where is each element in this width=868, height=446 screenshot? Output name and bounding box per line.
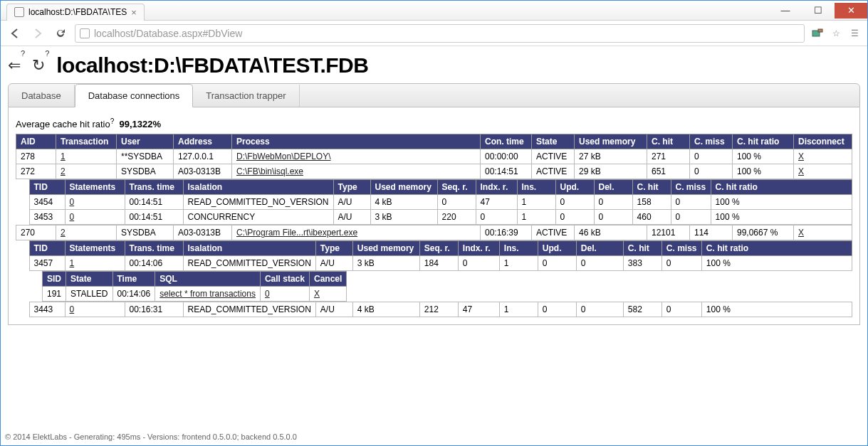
stmt-link[interactable]: 0: [70, 197, 75, 207]
table-row: 3453000:14:51CONCURRENCYA/U3 kB220010046…: [29, 210, 852, 225]
sql-link[interactable]: select * from transactions: [160, 289, 256, 299]
table-row: 2722SYSDBAA03-0313BC:\FB\bin\isql.exe00:…: [16, 164, 852, 179]
minimize-button[interactable]: —: [769, 3, 802, 18]
refresh-icon[interactable]: ↻?: [32, 56, 49, 75]
tab-close-icon[interactable]: ×: [131, 7, 137, 18]
browser-toolbar: ☆ ☰: [1, 21, 867, 46]
browser-tab[interactable]: localhost:D:\FBDATA\TES ×: [6, 4, 145, 21]
table-header-row: TIDStatementsTrans. timeIsalationTypeUse…: [29, 241, 852, 256]
stmt-link[interactable]: 0: [70, 212, 75, 222]
page-content: ⇐? ↻? localhost:D:\FBDATA\TEST.FDB Datab…: [1, 46, 867, 325]
cancel-link[interactable]: X: [314, 289, 320, 299]
forward-button[interactable]: [29, 25, 46, 42]
table-header-row: AIDTransactionUserAddressProcessCon. tim…: [16, 134, 852, 149]
process-link[interactable]: C:\FB\bin\isql.exe: [236, 166, 303, 176]
transactions-table: TIDStatementsTrans. timeIsalationTypeUse…: [29, 240, 852, 317]
titlebar: localhost:D:\FBDATA\TES × — ☐ ✕: [1, 1, 867, 21]
page-title: localhost:D:\FBDATA\TEST.FDB: [56, 53, 368, 78]
disconnect-link[interactable]: X: [798, 166, 804, 176]
tab-body: Average cache hit ratio? 99,1322% AIDTra…: [8, 107, 860, 325]
bookmark-star-icon[interactable]: ☆: [829, 26, 843, 41]
close-button[interactable]: ✕: [835, 3, 867, 18]
process-link[interactable]: C:\Program File...rt\ibexpert.exe: [236, 228, 357, 238]
browser-tabstrip: localhost:D:\FBDATA\TES ×: [1, 1, 769, 21]
table-header-row: SIDStateTimeSQLCall stackCancel: [43, 272, 347, 287]
txn-link[interactable]: 2: [61, 166, 66, 176]
footer-text: © 2014 ElektLabs - Generating: 495ms - V…: [5, 432, 297, 441]
stmt-link[interactable]: 1: [70, 258, 75, 268]
url-input[interactable]: [94, 28, 800, 39]
browser-tab-title: localhost:D:\FBDATA\TES: [28, 7, 127, 17]
disconnect-link[interactable]: X: [798, 152, 804, 161]
favicon-icon: [14, 7, 24, 17]
cache-hit-ratio: Average cache hit ratio? 99,1322%: [16, 117, 852, 129]
txn-link[interactable]: 2: [61, 228, 66, 238]
process-link[interactable]: D:\FbWebMon\DEPLOY\: [236, 152, 331, 161]
transactions-table: TIDStatementsTrans. timeIsalationTypeUse…: [29, 179, 852, 225]
page-tabs: Database Database connections Transactio…: [8, 83, 860, 107]
callstack-link[interactable]: 0: [265, 289, 270, 299]
txn-link[interactable]: 1: [61, 152, 66, 161]
disconnect-link[interactable]: X: [798, 228, 804, 238]
stmt-link[interactable]: 0: [70, 304, 75, 314]
svg-rect-1: [818, 29, 822, 32]
back-button[interactable]: [6, 25, 23, 42]
browser-window: localhost:D:\FBDATA\TES × — ☐ ✕ ☆: [0, 0, 868, 446]
table-row: 2781**SYSDBA127.0.0.1D:\FbWebMon\DEPLOY\…: [16, 149, 852, 164]
back-arrow-icon[interactable]: ⇐?: [8, 56, 25, 75]
statements-table: SIDStateTimeSQLCall stackCancel 191STALL…: [42, 271, 347, 302]
hamburger-menu-icon[interactable]: ☰: [847, 26, 862, 41]
connections-table: AIDTransactionUserAddressProcessCon. tim…: [16, 134, 852, 317]
table-row: 3443000:16:31READ_COMMITTED_VERSIONA/U4 …: [29, 302, 852, 317]
maximize-button[interactable]: ☐: [802, 3, 835, 18]
tab-transaction-trapper[interactable]: Transaction trapper: [193, 85, 299, 107]
extension-icon[interactable]: [810, 26, 825, 41]
table-header-row: TIDStatementsTrans. timeIsalationTypeUse…: [29, 180, 852, 195]
page-icon: [80, 28, 90, 38]
tab-database[interactable]: Database: [9, 85, 75, 107]
url-bar[interactable]: [75, 24, 805, 43]
table-row: 3454000:14:51READ_COMMITTED_NO_VERSIONA/…: [29, 195, 852, 210]
tab-database-connections[interactable]: Database connections: [75, 84, 194, 107]
table-row: 191STALLED00:14:06select * from transact…: [43, 287, 347, 302]
table-row: 2702SYSDBAA03-0313BC:\Program File...rt\…: [16, 225, 852, 240]
table-row: 3457100:14:06READ_COMMITTED_VERSIONA/U3 …: [29, 256, 852, 271]
reload-button[interactable]: [52, 25, 69, 42]
window-buttons: — ☐ ✕: [769, 3, 867, 18]
